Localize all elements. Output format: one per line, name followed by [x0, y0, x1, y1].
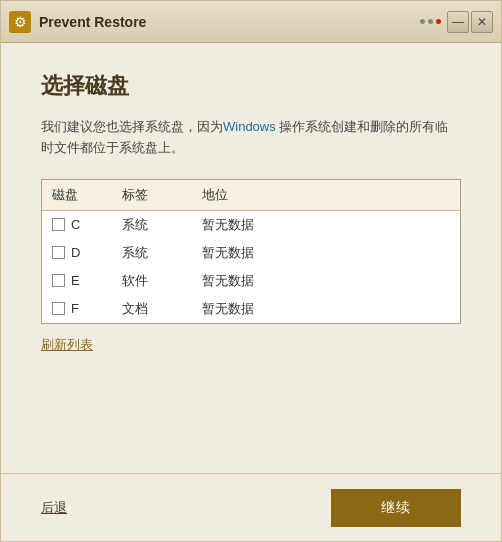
disk-letter: F	[71, 301, 79, 316]
dot-3-red	[436, 19, 441, 24]
disk-letter: E	[71, 273, 80, 288]
disk-cell: D	[42, 239, 112, 267]
disk-cell: C	[42, 210, 112, 239]
disk-cell: E	[42, 267, 112, 295]
footer: 后退 继续	[1, 473, 501, 541]
col-header-disk: 磁盘	[42, 180, 112, 211]
disk-label-cell: 软件	[112, 267, 192, 295]
title-bar: ⚙ Prevent Restore — ✕	[1, 1, 501, 43]
disk-status-cell: 暂无数据	[192, 239, 460, 267]
app-window: ⚙ Prevent Restore — ✕ 选择磁盘 我们建议您也选择系统盘，因…	[0, 0, 502, 542]
disk-checkbox[interactable]	[52, 246, 65, 259]
table-row: E软件暂无数据	[42, 267, 460, 295]
table-row: C系统暂无数据	[42, 210, 460, 239]
disk-label-cell: 系统	[112, 239, 192, 267]
title-bar-controls: — ✕	[420, 11, 493, 33]
dot-2	[428, 19, 433, 24]
table-row: D系统暂无数据	[42, 239, 460, 267]
minimize-button[interactable]: —	[447, 11, 469, 33]
desc-highlight: Windows	[223, 119, 276, 134]
disk-label-cell: 文档	[112, 295, 192, 323]
desc-part1: 我们建议您也选择系统盘，因为	[41, 119, 223, 134]
col-header-status: 地位	[192, 180, 460, 211]
dot-1	[420, 19, 425, 24]
disk-label-cell: 系统	[112, 210, 192, 239]
table-row: F文档暂无数据	[42, 295, 460, 323]
col-header-label: 标签	[112, 180, 192, 211]
continue-button[interactable]: 继续	[331, 489, 461, 527]
indicator-dots	[420, 19, 441, 24]
disk-status-cell: 暂无数据	[192, 295, 460, 323]
disk-checkbox[interactable]	[52, 302, 65, 315]
disk-table-wrapper: 磁盘 标签 地位 C系统暂无数据D系统暂无数据E软件暂无数据F文档暂无数据	[41, 179, 461, 324]
disk-cell: F	[42, 295, 112, 323]
disk-letter: D	[71, 245, 80, 260]
disk-status-cell: 暂无数据	[192, 267, 460, 295]
disk-checkbox[interactable]	[52, 274, 65, 287]
disk-checkbox[interactable]	[52, 218, 65, 231]
disk-status-cell: 暂无数据	[192, 210, 460, 239]
app-icon: ⚙	[9, 11, 31, 33]
back-button[interactable]: 后退	[41, 499, 67, 517]
page-title: 选择磁盘	[41, 71, 461, 101]
window-title: Prevent Restore	[39, 14, 420, 30]
disk-letter: C	[71, 217, 80, 232]
disk-table: 磁盘 标签 地位 C系统暂无数据D系统暂无数据E软件暂无数据F文档暂无数据	[42, 180, 460, 323]
main-content: 选择磁盘 我们建议您也选择系统盘，因为Windows 操作系统创建和删除的所有临…	[1, 43, 501, 473]
table-header-row: 磁盘 标签 地位	[42, 180, 460, 211]
description-text: 我们建议您也选择系统盘，因为Windows 操作系统创建和删除的所有临时文件都位…	[41, 117, 461, 159]
refresh-link[interactable]: 刷新列表	[41, 336, 461, 354]
close-button[interactable]: ✕	[471, 11, 493, 33]
